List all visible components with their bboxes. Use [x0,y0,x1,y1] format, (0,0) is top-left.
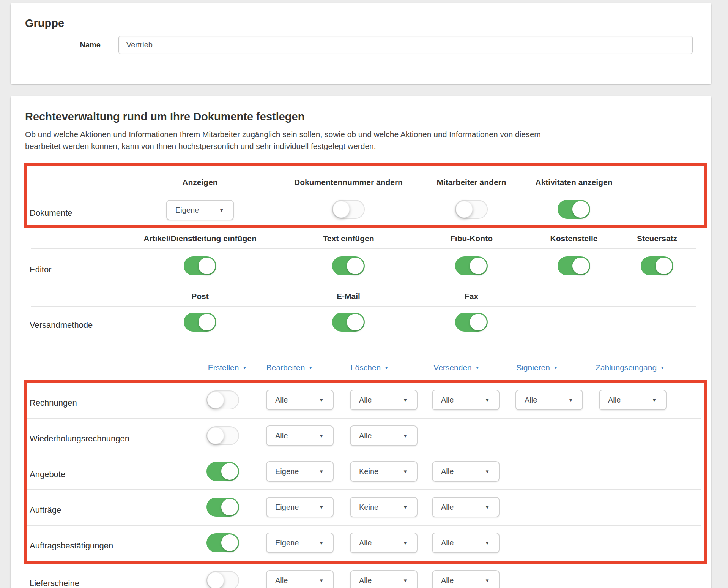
dropdown-wiederholungsrechnungen-bearbeiten[interactable]: Alle▼ [266,425,334,446]
dropdown-value: Alle [275,576,288,585]
dropdown-lieferscheine-loeschen[interactable]: Alle▼ [350,570,418,588]
column-filter-link-signieren[interactable]: Signieren▼ [516,363,558,372]
row-label-editor: Editor [30,265,51,275]
toggle-knob [456,201,473,218]
chevron-down-icon: ▼ [568,398,573,403]
dropdown-value: Alle [275,396,288,405]
chevron-down-icon: ▼ [485,578,490,583]
row-label-lieferscheine: Lieferscheine [30,579,79,588]
column-filter-link-loeschen[interactable]: Löschen▼ [351,363,389,372]
toggle-knob [656,258,672,274]
column-filter-link-versenden[interactable]: Versenden▼ [433,363,479,372]
toggle-knob [207,572,224,588]
column-filter-label: Erstellen [208,363,239,372]
column-header-e-mail: E-Mail [337,292,360,301]
toggle-dokumente-aktivitaeten-anzeigen[interactable] [558,200,590,219]
dropdown-value: Alle [441,396,454,405]
column-header-aktivitaeten-anzeigen: Aktivitäten anzeigen [535,178,612,187]
dropdown-angebote-bearbeiten[interactable]: Eigene▼ [266,461,334,482]
dropdown-value: Eigene [275,539,299,547]
toggle-dokumente-dokumentennummer-aendern[interactable] [332,200,365,219]
toggle-rechnungen-erstellen[interactable] [206,390,239,409]
section-divider [27,193,700,193]
row-divider [27,418,701,419]
dropdown-value: Alle [359,539,372,547]
dropdown-rechnungen-zahlungseingang[interactable]: Alle▼ [599,390,667,410]
row-label-versandmethode: Versandmethode [30,320,93,330]
dropdown-value: Alle [608,396,621,405]
chevron-down-icon: ▼ [403,469,408,474]
toggle-versandmethode-post[interactable] [184,313,216,332]
toggle-editor-text-einfuegen[interactable] [332,256,365,275]
toggle-angebote-erstellen[interactable] [206,462,239,481]
dropdown-value: Eigene [175,206,199,215]
column-filter-link-bearbeiten[interactable]: Bearbeiten▼ [266,363,313,372]
chevron-down-icon: ▼ [242,365,247,370]
toggle-dokumente-mitarbeiter-aendern[interactable] [455,200,488,219]
toggle-editor-steuersatz[interactable] [641,256,673,275]
dropdown-auftraege-versenden[interactable]: Alle▼ [432,497,500,517]
toggle-knob [333,201,350,218]
permissions-content: AnzeigenDokumentennummer ändernMitarbeit… [0,0,728,588]
dropdown-angebote-versenden[interactable]: Alle▼ [432,461,500,482]
dropdown-angebote-loeschen[interactable]: Keine▼ [350,461,418,482]
dropdown-wiederholungsrechnungen-loeschen[interactable]: Alle▼ [350,425,418,446]
chevron-down-icon: ▼ [319,541,324,545]
toggle-auftraege-erstellen[interactable] [206,498,239,517]
dropdown-rechnungen-signieren[interactable]: Alle▼ [515,390,583,410]
chevron-down-icon: ▼ [403,398,408,403]
chevron-down-icon: ▼ [319,433,324,438]
toggle-wiederholungsrechnungen-erstellen[interactable] [206,426,239,445]
column-filter-link-erstellen[interactable]: Erstellen▼ [208,363,247,372]
chevron-down-icon: ▼ [475,365,480,370]
toggle-lieferscheine-erstellen[interactable] [206,571,239,588]
chevron-down-icon: ▼ [660,365,665,370]
dropdown-value: Keine [359,467,378,476]
dropdown-lieferscheine-bearbeiten[interactable]: Alle▼ [266,570,334,588]
toggle-versandmethode-e-mail[interactable] [332,313,365,332]
row-divider [27,489,701,490]
dropdown-rechnungen-bearbeiten[interactable]: Alle▼ [266,390,334,410]
dropdown-auftraege-loeschen[interactable]: Keine▼ [350,497,418,517]
row-divider [27,454,701,454]
column-header-text-einfuegen: Text einfügen [323,234,374,243]
column-filter-link-zahlungseingang[interactable]: Zahlungseingang▼ [596,363,665,372]
dropdown-value: Alle [359,396,372,405]
column-filter-label: Signieren [516,363,550,372]
column-header-fibu-konto: Fibu-Konto [450,234,493,243]
chevron-down-icon: ▼ [319,398,324,403]
toggle-editor-kostenstelle[interactable] [558,256,590,275]
toggle-editor-artikel-dienstleitung-einfuegen[interactable] [184,256,216,275]
toggle-auftragsbestaetigungen-erstellen[interactable] [206,533,239,552]
column-header-kostenstelle: Kostenstelle [550,234,598,243]
dropdown-dokumente-anzeigen[interactable]: Eigene▼ [166,200,234,220]
toggle-knob [221,463,238,480]
dropdown-auftragsbestaetigungen-versenden[interactable]: Alle▼ [432,533,500,553]
row-label-angebote: Angebote [30,469,65,479]
row-label-auftragsbestaetigungen: Auftragsbestätigungen [30,541,113,551]
dropdown-lieferscheine-versenden[interactable]: Alle▼ [432,570,500,588]
toggle-knob [207,392,224,408]
dropdown-rechnungen-loeschen[interactable]: Alle▼ [350,390,418,410]
chevron-down-icon: ▼ [403,541,408,545]
row-label-wiederholungsrechnungen: Wiederholungsrechnungen [30,434,129,444]
dropdown-value: Alle [525,396,537,405]
chevron-down-icon: ▼ [403,505,408,510]
toggle-knob [470,258,487,274]
chevron-down-icon: ▼ [319,469,324,474]
dropdown-value: Alle [441,576,454,585]
chevron-down-icon: ▼ [553,365,558,370]
toggle-editor-fibu-konto[interactable] [455,256,488,275]
dropdown-auftragsbestaetigungen-bearbeiten[interactable]: Eigene▼ [266,533,334,553]
toggle-knob [470,314,487,330]
column-header-dokumentennummer-aendern: Dokumentennummer ändern [294,178,403,187]
column-filter-label: Versenden [433,363,471,372]
toggle-versandmethode-fax[interactable] [455,313,488,332]
chevron-down-icon: ▼ [485,505,490,510]
dropdown-value: Alle [441,467,454,476]
dropdown-auftragsbestaetigungen-loeschen[interactable]: Alle▼ [350,533,418,553]
row-label-auftraege: Aufträge [30,505,61,515]
toggle-knob [347,258,364,274]
dropdown-auftraege-bearbeiten[interactable]: Eigene▼ [266,497,334,517]
dropdown-rechnungen-versenden[interactable]: Alle▼ [432,390,500,410]
